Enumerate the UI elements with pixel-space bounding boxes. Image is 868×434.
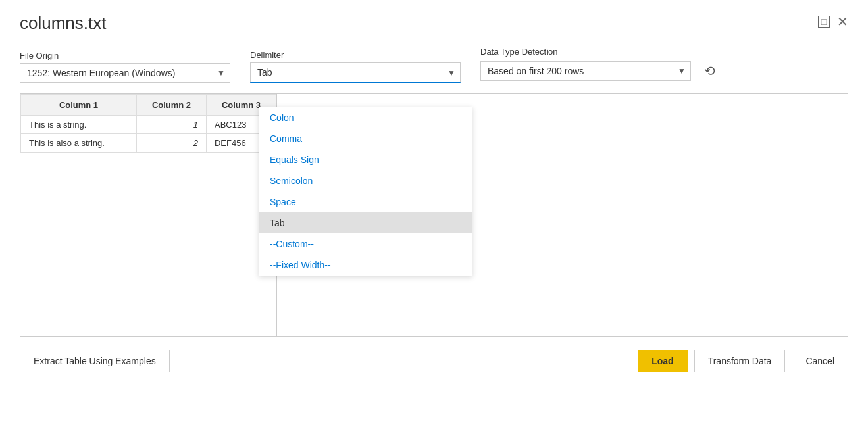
file-origin-label: File Origin (20, 51, 230, 60)
dropdown-item[interactable]: --Fixed Width-- (259, 254, 472, 276)
dialog-window: columns.txt □ ✕ File Origin 1252: Wester… (0, 0, 868, 434)
table-row: This is also a string.2DEF456 (21, 134, 276, 153)
dropdown-item[interactable]: --Custom-- (259, 233, 472, 254)
table-cell: 1 (137, 116, 207, 134)
table-header-row: Column 1 Column 2 Column 3 (21, 95, 276, 116)
extract-table-button[interactable]: Extract Table Using Examples (20, 350, 170, 372)
column-1-header: Column 1 (21, 95, 137, 116)
close-icon: ✕ (837, 14, 848, 30)
delimiter-dropdown: ColonCommaEquals SignSemicolonSpaceTab--… (259, 107, 472, 276)
footer-right: Load Transform Data Cancel (638, 350, 848, 372)
dialog-title: columns.txt (20, 13, 107, 34)
data-type-row: Based on first 200 rowsBased on entire d… (480, 59, 721, 83)
dropdown-item[interactable]: Equals Sign (259, 149, 472, 170)
load-button[interactable]: Load (638, 350, 687, 372)
data-type-select[interactable]: Based on first 200 rowsBased on entire d… (480, 61, 691, 81)
table-row: This is a string.1ABC123 (21, 116, 276, 134)
file-origin-select[interactable]: 1252: Western European (Windows)UTF-8UTF… (20, 63, 230, 83)
delimiter-label: Delimiter (250, 50, 461, 60)
delimiter-group: Delimiter ColonCommaEquals SignSemicolon… (250, 50, 461, 83)
table-cell: This is a string. (21, 116, 137, 134)
window-controls: □ ✕ (818, 16, 848, 28)
delimiter-select[interactable]: ColonCommaEquals SignSemicolonSpaceTab--… (250, 62, 461, 83)
transform-data-button[interactable]: Transform Data (694, 350, 786, 372)
data-type-group: Data Type Detection Based on first 200 r… (480, 47, 721, 83)
footer: Extract Table Using Examples Load Transf… (20, 350, 848, 372)
dropdown-item[interactable]: Colon (259, 107, 472, 128)
delimiter-select-wrapper: ColonCommaEquals SignSemicolonSpaceTab--… (250, 62, 461, 83)
table-cell: This is also a string. (21, 134, 137, 153)
cancel-button[interactable]: Cancel (792, 350, 848, 372)
data-type-select-wrapper: Based on first 200 rowsBased on entire d… (480, 61, 691, 81)
dropdown-item[interactable]: Tab (259, 212, 472, 233)
restore-button[interactable]: □ (818, 16, 830, 28)
dropdown-item[interactable]: Space (259, 191, 472, 212)
controls-row: File Origin 1252: Western European (Wind… (20, 47, 848, 83)
data-table: Column 1 Column 2 Column 3 This is a str… (20, 94, 276, 153)
restore-icon: □ (821, 16, 827, 27)
data-type-label: Data Type Detection (480, 47, 721, 57)
title-bar: columns.txt □ ✕ (20, 13, 848, 34)
footer-left: Extract Table Using Examples (20, 350, 170, 372)
close-button[interactable]: ✕ (836, 16, 848, 28)
dropdown-item[interactable]: Semicolon (259, 170, 472, 191)
table-cell: 2 (137, 134, 207, 153)
table-area: Column 1 Column 2 Column 3 This is a str… (20, 94, 277, 336)
refresh-icon: ⟳ (704, 63, 715, 79)
file-origin-select-wrapper: 1252: Western European (Windows)UTF-8UTF… (20, 63, 230, 83)
column-2-header: Column 2 (137, 95, 207, 116)
refresh-button[interactable]: ⟳ (698, 59, 721, 83)
dropdown-item[interactable]: Comma (259, 128, 472, 149)
file-origin-group: File Origin 1252: Western European (Wind… (20, 51, 230, 83)
